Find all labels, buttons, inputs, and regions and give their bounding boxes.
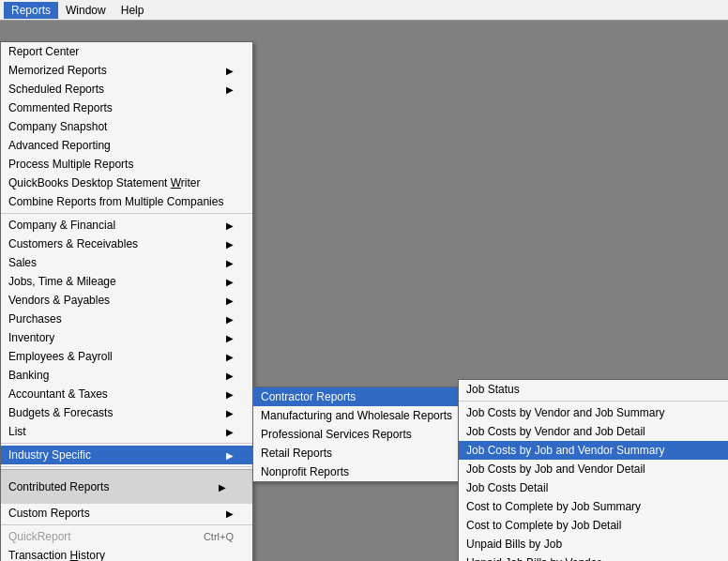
contractor-reports-dropdown: Job Status Job Costs by Vendor and Job S… [458, 379, 728, 561]
menu-item-cost-complete-job-detail[interactable]: Cost to Complete by Job Detail [459, 516, 728, 535]
menu-item-employees-payroll[interactable]: Employees & Payroll▶ [1, 347, 252, 366]
menu-item-combine-reports[interactable]: Combine Reports from Multiple Companies [1, 192, 252, 211]
menu-item-industry-specific[interactable]: Industry Specific▶ [1, 446, 252, 464]
menu-item-statement-writer[interactable]: QuickBooks Desktop Statement Writer [1, 174, 252, 192]
menu-item-unpaid-bills-job[interactable]: Unpaid Bills by Job [459, 535, 728, 553]
menu-item-vendors-payables[interactable]: Vendors & Payables▶ [1, 291, 252, 310]
arrow-icon: ▶ [226, 408, 234, 418]
menu-item-scheduled-reports[interactable]: Scheduled Reports▶ [1, 80, 252, 99]
menu-item-customers-receivables[interactable]: Customers & Receivables▶ [1, 235, 252, 253]
arrow-icon: ▶ [226, 508, 234, 519]
menu-item-quickreport[interactable]: QuickReportCtrl+Q [1, 527, 252, 546]
menu-item-job-costs-vendor-job-detail[interactable]: Job Costs by Vendor and Job Detail [459, 422, 728, 441]
menu-item-cost-complete-job-summary[interactable]: Cost to Complete by Job Summary [459, 497, 728, 516]
menu-help[interactable]: Help [114, 2, 152, 19]
arrow-icon: ▶ [226, 352, 234, 362]
arrow-icon: ▶ [226, 296, 234, 306]
menu-item-commented-reports[interactable]: Commented Reports [1, 99, 252, 117]
main-area: Report Center Memorized Reports▶ Schedul… [0, 21, 728, 561]
menu-item-unpaid-job-bills-vendor[interactable]: Unpaid Job Bills by Vendor [459, 553, 728, 561]
menu-item-company-financial[interactable]: Company & Financial▶ [1, 216, 252, 235]
menu-window[interactable]: Window [58, 2, 114, 19]
menu-item-contributed-reports[interactable]: Contributed Reports▶ [8, 478, 245, 496]
separator [1, 524, 252, 525]
menu-bar: Reports Window Help [0, 0, 728, 21]
menu-item-purchases[interactable]: Purchases▶ [1, 310, 252, 328]
separator [459, 401, 728, 402]
menu-item-banking[interactable]: Banking▶ [1, 366, 252, 385]
menu-item-inventory[interactable]: Inventory▶ [1, 328, 252, 347]
menu-item-company-snapshot[interactable]: Company Snapshot [1, 117, 252, 136]
separator [1, 213, 252, 214]
arrow-icon: ▶ [226, 277, 234, 287]
menu-reports[interactable]: Reports [4, 2, 58, 19]
arrow-icon: ▶ [226, 239, 234, 250]
arrow-icon: ▶ [226, 389, 234, 400]
contributed-reports-section: Contributed Reports▶ [1, 469, 252, 504]
menu-item-custom-reports[interactable]: Custom Reports▶ [1, 504, 252, 523]
arrow-icon: ▶ [226, 258, 234, 268]
menu-item-job-costs-vendor-job-summary[interactable]: Job Costs by Vendor and Job Summary [459, 403, 728, 422]
arrow-icon: ▶ [226, 84, 234, 95]
menu-item-accountant-taxes[interactable]: Accountant & Taxes▶ [1, 385, 252, 403]
arrow-icon: ▶ [226, 220, 234, 231]
menu-item-job-costs-detail[interactable]: Job Costs Detail [459, 478, 728, 497]
arrow-icon: ▶ [226, 66, 234, 76]
menu-item-job-status[interactable]: Job Status [459, 380, 728, 399]
menu-item-memorized-reports[interactable]: Memorized Reports▶ [1, 61, 252, 80]
menu-item-report-center[interactable]: Report Center [1, 42, 252, 61]
menu-item-jobs-time-mileage[interactable]: Jobs, Time & Mileage▶ [1, 272, 252, 291]
arrow-icon: ▶ [226, 450, 234, 461]
menu-item-list[interactable]: List▶ [1, 422, 252, 441]
menu-item-sales[interactable]: Sales▶ [1, 253, 252, 272]
arrow-icon: ▶ [226, 314, 234, 325]
arrow-icon: ▶ [226, 333, 234, 343]
menu-item-advanced-reporting[interactable]: Advanced Reporting [1, 136, 252, 155]
reports-menu-dropdown: Report Center Memorized Reports▶ Schedul… [0, 41, 253, 561]
menu-item-process-multiple[interactable]: Process Multiple Reports [1, 155, 252, 174]
separator [1, 443, 252, 444]
menu-item-job-costs-job-vendor-summary[interactable]: Job Costs by Job and Vendor Summary [459, 441, 728, 460]
menu-item-transaction-history[interactable]: Transaction History [1, 546, 252, 561]
arrow-icon: ▶ [226, 427, 234, 437]
arrow-icon: ▶ [226, 371, 234, 381]
menu-item-job-costs-job-vendor-detail[interactable]: Job Costs by Job and Vendor Detail [459, 460, 728, 478]
arrow-icon: ▶ [219, 482, 226, 493]
menu-item-budgets-forecasts[interactable]: Budgets & Forecasts▶ [1, 403, 252, 422]
separator [1, 466, 252, 467]
